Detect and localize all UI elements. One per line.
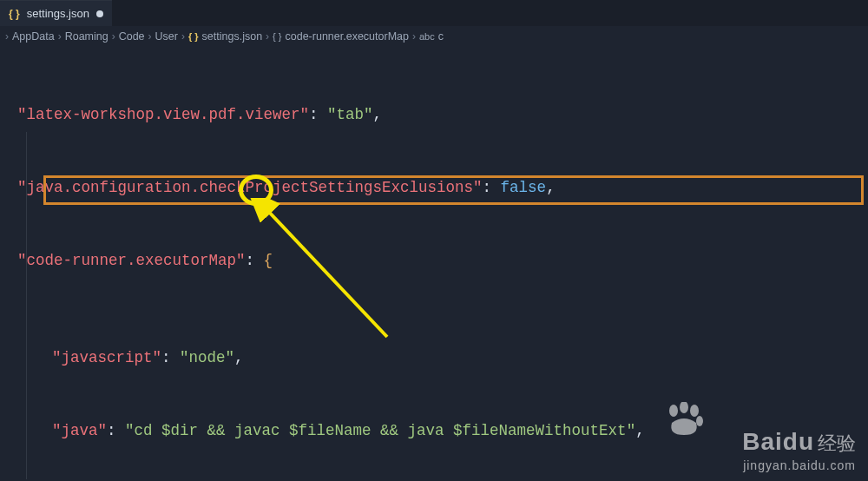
svg-point-3 xyxy=(680,402,688,413)
breadcrumb-item[interactable]: Roaming xyxy=(65,30,108,43)
breadcrumb[interactable]: › AppData › Roaming › Code › User › { } … xyxy=(0,26,868,47)
breadcrumb-item[interactable]: User xyxy=(155,30,178,43)
breadcrumb-leaf[interactable]: abc c xyxy=(419,30,444,43)
tab-bar: { } settings.json xyxy=(0,0,868,26)
code-line[interactable]: "java": "cd $dir && javac $fileName && j… xyxy=(17,418,868,443)
breadcrumb-file-label: settings.json xyxy=(202,30,262,43)
string-icon: abc xyxy=(419,31,435,42)
chevron-right-icon: › xyxy=(112,30,115,43)
json-keyword: false xyxy=(501,179,547,196)
breadcrumb-item[interactable]: Code xyxy=(119,30,145,43)
tab-title: settings.json xyxy=(27,7,89,20)
json-punct: : xyxy=(107,422,125,439)
json-punct: : xyxy=(161,349,180,366)
json-key: "java.configuration.checkProjectSettings… xyxy=(17,179,483,196)
svg-point-5 xyxy=(696,416,703,426)
json-punct: : xyxy=(309,106,327,123)
json-key: "code-runner.executorMap" xyxy=(17,252,246,269)
chevron-right-icon: › xyxy=(412,30,416,43)
json-brace: { xyxy=(264,252,273,269)
json-punct: , xyxy=(234,349,244,366)
breadcrumb-file[interactable]: { } settings.json xyxy=(188,30,262,43)
svg-point-4 xyxy=(690,405,699,417)
json-string: "cd $dir && javac $fileName && java $fil… xyxy=(125,422,635,439)
code-line[interactable]: "javascript": "node", xyxy=(17,346,868,370)
json-string: "node" xyxy=(180,349,234,366)
editor-tab-settings[interactable]: { } settings.json xyxy=(0,0,112,26)
breadcrumb-item[interactable]: AppData xyxy=(12,30,55,43)
chevron-right-icon: › xyxy=(58,30,62,43)
code-editor[interactable]: "latex-workshop.view.pdf.viewer": "tab",… xyxy=(0,47,868,481)
chevron-right-icon: › xyxy=(148,30,152,43)
svg-point-2 xyxy=(669,405,678,417)
chevron-right-icon: › xyxy=(181,30,185,43)
json-key: "latex-workshop.view.pdf.viewer" xyxy=(17,106,309,123)
chevron-right-icon: › xyxy=(5,30,9,43)
chevron-right-icon: › xyxy=(266,30,269,43)
json-punct: , xyxy=(373,106,383,123)
paw-icon xyxy=(665,402,703,445)
unsaved-indicator-icon xyxy=(96,10,103,17)
json-punct: , xyxy=(635,422,645,439)
json-punct: , xyxy=(546,179,556,196)
json-punct: : xyxy=(483,179,501,196)
code-line[interactable]: "latex-workshop.view.pdf.viewer": "tab", xyxy=(17,102,868,127)
code-line[interactable]: "code-runner.executorMap": { xyxy=(17,248,868,273)
json-file-icon: { } xyxy=(9,8,20,20)
object-icon: { } xyxy=(273,31,281,42)
breadcrumb-node[interactable]: { } code-runner.executorMap xyxy=(273,30,409,43)
json-string: "tab" xyxy=(327,106,373,123)
code-line[interactable]: "java.configuration.checkProjectSettings… xyxy=(17,175,868,200)
json-key: "java" xyxy=(52,422,107,439)
breadcrumb-leaf-label: c xyxy=(438,30,444,43)
json-punct: : xyxy=(246,252,264,269)
breadcrumb-node-label: code-runner.executorMap xyxy=(286,30,409,43)
json-file-icon: { } xyxy=(188,31,199,42)
json-key: "javascript" xyxy=(52,349,161,366)
